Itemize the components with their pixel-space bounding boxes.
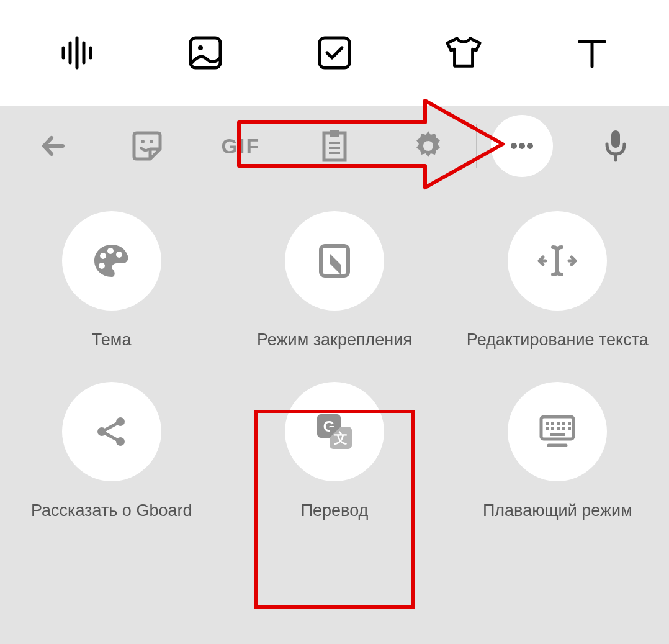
svg-point-16 [511,143,517,149]
gif-label: GIF [222,134,261,158]
svg-point-18 [527,143,533,149]
checkbox-icon[interactable] [316,34,353,71]
theme-label: Тема [92,329,132,351]
svg-point-6 [198,45,203,50]
floating-mode-label: Плавающий режим [483,500,632,522]
text-cursor-icon [508,211,607,311]
svg-point-15 [423,141,433,151]
clipboard-button[interactable] [303,115,366,177]
floating-mode-option[interactable]: Плавающий режим [464,382,650,522]
svg-rect-46 [550,433,565,436]
translate-option[interactable]: G 文 Перевод [241,382,428,522]
svg-rect-19 [611,130,620,148]
share-label: Рассказать о Gboard [31,500,192,522]
options-grid: Тема Режим закрепления Редактирование те… [0,186,669,522]
svg-point-9 [150,140,153,143]
pin-mode-option[interactable]: Режим закрепления [241,211,428,351]
svg-rect-5 [191,38,220,68]
microphone-button[interactable] [585,115,647,177]
svg-rect-38 [557,422,560,425]
svg-rect-43 [557,427,560,430]
translate-label: Перевод [301,500,369,522]
palette-icon [62,211,161,311]
svg-point-17 [519,143,525,149]
tshirt-icon[interactable] [445,34,482,71]
svg-rect-39 [562,422,565,425]
sound-wave-icon[interactable] [58,34,96,71]
gif-button[interactable]: GIF [210,115,272,177]
theme-option[interactable]: Тема [19,211,205,351]
text-edit-label: Редактирование текста [467,329,649,351]
svg-rect-7 [320,38,349,68]
svg-text:文: 文 [333,430,348,446]
share-icon [62,382,161,481]
svg-rect-36 [546,422,549,425]
svg-line-29 [104,423,118,430]
image-icon[interactable] [187,34,224,71]
svg-rect-42 [551,427,554,430]
toolbar-divider [476,124,477,168]
settings-button[interactable] [397,115,459,177]
app-top-bar [0,0,669,106]
svg-rect-11 [330,130,339,137]
svg-point-8 [141,140,145,143]
svg-rect-41 [546,427,549,430]
svg-rect-37 [551,422,554,425]
pin-mode-label: Режим закрепления [257,329,412,351]
svg-point-21 [100,253,106,259]
share-option[interactable]: Рассказать о Gboard [19,382,205,522]
svg-point-24 [99,263,105,269]
svg-rect-40 [568,422,571,425]
svg-rect-45 [568,427,571,430]
keyboard-toolbar: GIF [0,106,669,186]
svg-point-22 [107,248,114,254]
pin-icon [285,211,384,311]
floating-keyboard-icon [508,382,607,481]
svg-line-30 [104,433,118,440]
text-edit-option[interactable]: Редактирование текста [464,211,650,351]
svg-point-23 [116,252,122,258]
back-button[interactable] [22,115,84,177]
sticker-button[interactable] [116,115,178,177]
text-tool-icon[interactable] [573,34,611,71]
more-button[interactable] [491,115,553,177]
svg-rect-44 [562,427,565,430]
translate-icon: G 文 [285,382,384,481]
keyboard-panel: GIF [0,106,669,644]
